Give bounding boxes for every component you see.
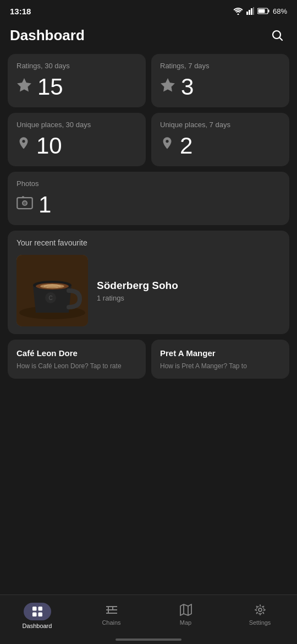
svg-rect-26 [38, 613, 42, 617]
places-7-value-row: 2 [160, 134, 280, 157]
photo-icon [16, 195, 33, 215]
svg-rect-2 [249, 10, 250, 15]
battery-icon [257, 8, 270, 14]
svg-rect-1 [246, 12, 248, 15]
svg-rect-25 [32, 613, 37, 617]
suggestion-card-0[interactable]: Café Leon Dore How is Café Leon Dore? Ta… [8, 340, 146, 379]
favourite-name: Söderberg Soho [97, 280, 280, 292]
page-title: Dashboard [10, 27, 85, 44]
places-30-card: Unique places, 30 days 10 [8, 113, 146, 166]
nav-label-dashboard: Dashboard [23, 623, 52, 629]
svg-marker-33 [180, 604, 191, 615]
suggestion-desc-1: How is Pret A Manger? Tap to [160, 362, 280, 370]
svg-point-0 [237, 14, 239, 15]
ratings-30-value: 15 [37, 75, 63, 99]
suggestion-name-1: Pret A Manger [160, 348, 280, 358]
nav-item-dashboard[interactable]: Dashboard [0, 601, 74, 629]
pin-icon-7 [160, 136, 174, 156]
svg-rect-3 [251, 8, 252, 15]
suggestion-desc-0: How is Café Leon Dore? Tap to rate [16, 362, 137, 370]
dashboard-pill [24, 603, 51, 620]
settings-icon-wrapper [253, 603, 267, 617]
svg-rect-15 [22, 196, 24, 198]
main-content: Ratings, 30 days 15 Ratings, 7 days 3 [0, 54, 297, 379]
places-30-value-row: 10 [16, 134, 137, 157]
ratings-row: Ratings, 30 days 15 Ratings, 7 days 3 [8, 54, 289, 107]
map-icon [180, 604, 192, 616]
ratings-7-card: Ratings, 7 days 3 [151, 54, 289, 107]
status-icons: 68% [233, 7, 287, 15]
ratings-30-card: Ratings, 30 days 15 [8, 54, 146, 107]
header: Dashboard [0, 20, 297, 54]
status-bar: 13:18 68% [0, 0, 297, 20]
battery-percentage: 68% [273, 7, 287, 15]
chains-icon-wrapper [105, 603, 119, 617]
nav-item-map[interactable]: Map [148, 601, 223, 626]
wifi-icon [233, 7, 243, 15]
coffee-illustration: C [16, 255, 88, 326]
search-icon [271, 29, 284, 42]
nav-label-map: Map [180, 619, 191, 626]
svg-rect-23 [32, 607, 37, 611]
photos-card: Photos 1 [8, 172, 289, 225]
home-indicator [116, 638, 182, 641]
star-icon-30 [16, 78, 32, 97]
favourite-content: C Söderberg Soho 1 ratings [16, 255, 280, 326]
favourite-section-label: Your recent favourite [16, 238, 280, 247]
places-7-card: Unique places, 7 days 2 [151, 113, 289, 166]
bottom-nav: Dashboard Chains Map [0, 594, 297, 644]
recent-favourite-card[interactable]: Your recent favourite [8, 231, 289, 334]
favourite-image: C [16, 255, 88, 326]
pin-icon-30 [16, 136, 31, 156]
svg-text:C: C [48, 295, 52, 301]
search-button[interactable] [267, 25, 287, 45]
places-30-value: 10 [36, 134, 62, 157]
svg-rect-4 [253, 7, 254, 15]
svg-marker-10 [18, 79, 30, 91]
svg-marker-11 [161, 79, 174, 91]
places-7-label: Unique places, 7 days [160, 121, 280, 129]
star-icon-7 [160, 78, 175, 97]
svg-point-14 [23, 201, 26, 204]
settings-icon [254, 604, 266, 616]
nav-label-settings: Settings [249, 619, 271, 626]
suggestions-grid: Café Leon Dore How is Café Leon Dore? Ta… [8, 340, 289, 379]
photos-value-row: 1 [16, 193, 280, 216]
suggestion-name-0: Café Leon Dore [16, 348, 137, 358]
signal-icon [246, 7, 254, 15]
nav-item-chains[interactable]: Chains [74, 601, 148, 626]
suggestion-card-1[interactable]: Pret A Manger How is Pret A Manger? Tap … [151, 340, 289, 379]
nav-label-chains: Chains [102, 619, 120, 626]
svg-rect-7 [258, 9, 265, 13]
places-7-value: 2 [180, 134, 193, 157]
favourite-info: Söderberg Soho 1 ratings [97, 280, 280, 302]
svg-point-36 [258, 608, 262, 612]
places-30-label: Unique places, 30 days [16, 121, 137, 129]
favourite-ratings: 1 ratings [97, 294, 280, 302]
ratings-7-label: Ratings, 7 days [160, 62, 280, 70]
ratings-30-value-row: 15 [16, 75, 137, 99]
svg-rect-6 [268, 10, 269, 13]
status-time: 13:18 [10, 7, 31, 16]
nav-item-settings[interactable]: Settings [223, 601, 297, 626]
ratings-7-value: 3 [181, 75, 194, 99]
photos-label: Photos [16, 179, 280, 188]
svg-rect-24 [38, 607, 42, 611]
places-row: Unique places, 30 days 10 Unique places,… [8, 113, 289, 166]
ratings-30-label: Ratings, 30 days [16, 62, 137, 70]
dashboard-icon [32, 606, 43, 617]
chains-icon [105, 604, 118, 615]
ratings-7-value-row: 3 [160, 75, 280, 99]
svg-line-9 [280, 38, 283, 41]
map-icon-wrapper [179, 603, 193, 617]
photos-value: 1 [38, 193, 51, 216]
